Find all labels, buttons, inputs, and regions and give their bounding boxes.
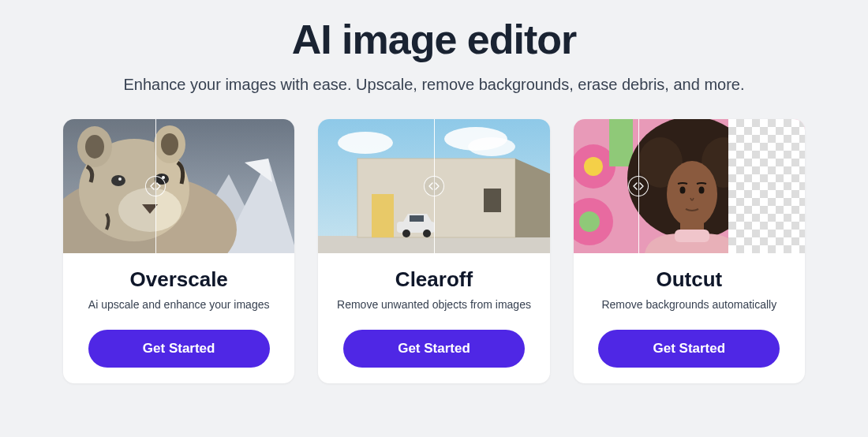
card-description: Ai upscale and enhance your images [79,298,279,311]
card-title: Outcut [589,267,789,292]
transparency-checker [728,119,805,253]
card-image-overscale [63,119,294,253]
svg-point-30 [423,230,431,237]
get-started-button[interactable]: Get Started [88,330,270,368]
svg-point-9 [161,133,178,155]
svg-point-29 [402,230,410,237]
svg-point-35 [579,211,600,232]
svg-rect-42 [675,230,709,242]
card-title: Overscale [79,267,279,292]
svg-rect-36 [609,119,633,166]
card-clearoff: Clearoff Remove unwanted objects from im… [318,119,549,383]
get-started-button[interactable]: Get Started [598,330,780,368]
svg-point-20 [468,137,515,156]
card-title: Clearoff [334,267,533,292]
svg-rect-16 [63,119,156,253]
card-description: Remove unwanted objects from images [334,298,533,311]
compare-slider-icon[interactable] [628,176,649,196]
page-title: AI image editor [63,16,805,63]
feature-cards-row: Overscale Ai upscale and enhance your im… [63,119,805,383]
card-image-outcut [574,119,805,253]
page-subtitle: Enhance your images with ease. Upscale, … [63,76,805,94]
svg-point-40 [667,161,717,227]
compare-slider-icon[interactable] [424,176,444,196]
card-outcut: Outcut Remove backgrounds automatically … [574,119,805,383]
svg-rect-28 [410,215,424,222]
svg-point-44 [698,187,704,194]
svg-point-18 [338,132,393,154]
get-started-button[interactable]: Get Started [343,330,525,368]
svg-rect-26 [484,189,501,212]
svg-rect-25 [372,194,394,237]
card-description: Remove backgrounds automatically [589,298,789,311]
card-image-clearoff [318,119,549,253]
svg-point-33 [584,157,603,176]
compare-slider-icon[interactable] [145,176,166,196]
svg-point-43 [679,187,685,194]
card-overscale: Overscale Ai upscale and enhance your im… [63,119,294,383]
illustration-tiger [63,119,294,253]
